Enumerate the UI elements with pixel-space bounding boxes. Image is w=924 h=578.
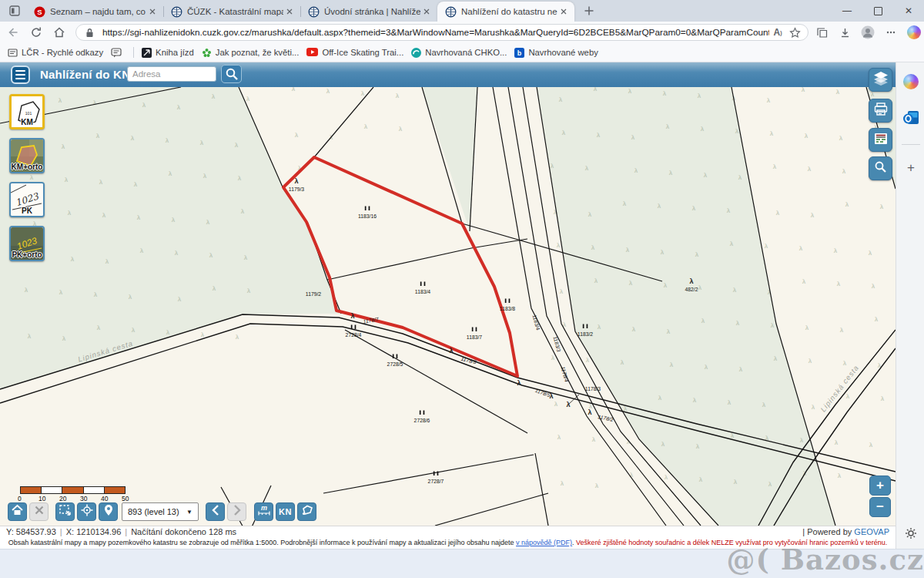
sidebar-copilot-icon[interactable]: [902, 73, 919, 90]
layer-button-label: PK: [11, 207, 43, 215]
home-extent-button[interactable]: [8, 502, 27, 521]
browser-tab[interactable]: Úvodní stránka | Nahlížení do kat...: [300, 2, 437, 22]
layers-button[interactable]: [869, 68, 892, 92]
browser-tab-active[interactable]: Nahlížení do katastru nemovitost...: [437, 2, 574, 22]
tree-symbol: λ: [701, 126, 705, 133]
tree-symbol: λ: [209, 252, 213, 259]
tree-symbol: λ: [734, 479, 738, 486]
tree-symbol: λ: [701, 318, 705, 324]
browser-home-button[interactable]: [49, 23, 69, 42]
close-button[interactable]: ✕: [893, 0, 924, 22]
bookmark-item[interactable]: Navrhovaná CHKO...: [411, 48, 507, 58]
minimize-button[interactable]: —: [832, 0, 862, 22]
browser-tab-bar: SSeznam – najdu tam, co neznámČÚZK - Kat…: [0, 0, 924, 22]
tree-symbol: λ: [396, 92, 400, 99]
sidebar-outlook-icon[interactable]: [902, 109, 919, 126]
zoom-level-select[interactable]: 893 (level 13) ▼: [122, 502, 199, 521]
browser-tab[interactable]: ČÚZK - Katastrální mapa: [163, 2, 300, 22]
maximize-button[interactable]: [862, 0, 893, 22]
zoom-rectangle-button[interactable]: [55, 502, 75, 521]
zoom-out-button[interactable]: −: [869, 497, 891, 517]
legend-button[interactable]: [869, 128, 892, 152]
layer-button-km-orto[interactable]: KM+orto: [9, 138, 45, 173]
tab-actions-icon[interactable]: [5, 2, 25, 20]
bookmark-item[interactable]: LČR - Rychlé odkazy: [8, 48, 103, 58]
chko-icon: [411, 48, 421, 58]
tree-symbol: λ: [30, 174, 34, 181]
tree-symbol: λ: [97, 324, 101, 331]
layer-button-pk-orto[interactable]: 1023PK+orto: [9, 226, 45, 261]
svg-text:2728/7: 2728/7: [428, 479, 444, 484]
tree-symbol: λ: [834, 247, 838, 254]
tab-close-icon[interactable]: [557, 5, 570, 18]
tree-symbol: λ: [875, 316, 879, 323]
browser-tab[interactable]: SSeznam – najdu tam, co neznám: [26, 2, 163, 22]
menu-hamburger-button[interactable]: [11, 66, 30, 84]
sidebar-add-icon[interactable]: +: [902, 160, 919, 176]
bookmark-item[interactable]: Off-Ice Skating Trai...: [306, 48, 403, 57]
tab-close-icon[interactable]: [146, 5, 159, 18]
layer-button-pk[interactable]: 1023PK: [9, 182, 45, 217]
tree-symbol: λ: [736, 320, 740, 327]
gear-icon[interactable]: [902, 525, 919, 542]
tree-symbol: λ: [704, 172, 708, 179]
scale-tick: 0: [18, 495, 22, 502]
address-search-button[interactable]: [221, 65, 242, 83]
kn-info-button[interactable]: KN: [276, 502, 295, 521]
locate-button[interactable]: [77, 502, 96, 521]
tree-symbol: λ: [364, 123, 368, 130]
zoom-in-button[interactable]: +: [869, 476, 891, 496]
polygon-select-button[interactable]: [297, 502, 316, 521]
kniha-icon: [142, 48, 152, 58]
tab-close-icon[interactable]: [420, 5, 433, 18]
favorite-star-icon[interactable]: [786, 25, 803, 40]
cadastral-map-canvas[interactable]: λλλλλλλλλλλλλλλλλλλλλλλλλλλλλλλλλλλλλλλλ…: [0, 87, 896, 526]
new-tab-button[interactable]: [579, 2, 599, 20]
tree-symbol: λ: [169, 170, 172, 177]
tree-symbol: λ: [361, 90, 365, 97]
tree-symbol: λ: [134, 181, 138, 188]
downloads-icon[interactable]: [835, 23, 855, 42]
back-button[interactable]: [3, 23, 23, 42]
print-button[interactable]: [869, 99, 892, 123]
locate-icon: [81, 504, 93, 519]
pin-button[interactable]: [99, 502, 118, 521]
history-back-button[interactable]: [206, 502, 225, 521]
address-bar[interactable]: https://sgi-nahlizenidokn.cuzk.gov.cz/ma…: [75, 24, 808, 41]
sidebar-divider: [902, 144, 920, 145]
bookmark-item[interactable]: Jak poznat, že květi...: [202, 48, 300, 58]
layer-button-km[interactable]: 101KM: [9, 94, 45, 129]
profile-avatar[interactable]: [858, 23, 878, 42]
address-search-input[interactable]: [127, 66, 216, 82]
tree-symbol: λ: [236, 334, 239, 341]
svg-text:1179/2: 1179/2: [306, 291, 322, 297]
tab-close-icon[interactable]: [283, 5, 296, 18]
tree-symbol: λ: [840, 327, 844, 334]
geovap-link[interactable]: GEOVAP: [854, 527, 889, 536]
map-scale-bar: [20, 486, 126, 494]
tree-symbol: λ: [142, 102, 146, 109]
url-text: https://sgi-nahlizenidokn.cuzk.gov.cz/ma…: [102, 27, 769, 38]
search-tool-button[interactable]: [869, 156, 892, 180]
tree-symbol: λ: [178, 296, 182, 303]
tree-symbol: λ: [172, 217, 176, 223]
bookmark-label: Off-Ice Skating Trai...: [322, 48, 403, 57]
tree-symbol: λ: [802, 278, 806, 285]
bookmark-item[interactable]: bNavrhované weby: [514, 48, 598, 58]
svg-text:2728/5: 2728/5: [387, 361, 403, 367]
tree-symbol: λ: [212, 93, 216, 100]
refresh-button[interactable]: [26, 23, 46, 42]
browser-menu-icon[interactable]: [881, 23, 901, 42]
tree-symbol: λ: [872, 283, 875, 290]
site-favicon: [171, 6, 182, 18]
bookmark-item[interactable]: [111, 48, 126, 58]
maximize-icon: [874, 7, 882, 15]
tree-symbol: λ: [200, 139, 204, 146]
bookmark-item[interactable]: Kniha jízd: [142, 48, 194, 58]
browser-toolbar: https://sgi-nahlizenidokn.cuzk.gov.cz/ma…: [0, 22, 924, 43]
collections-icon[interactable]: [812, 23, 832, 42]
help-pdf-link[interactable]: v nápovědě (PDF): [516, 539, 572, 546]
measure-button[interactable]: m: [254, 502, 273, 521]
copilot-icon[interactable]: [904, 23, 924, 42]
read-aloud-icon[interactable]: A): [769, 25, 786, 40]
